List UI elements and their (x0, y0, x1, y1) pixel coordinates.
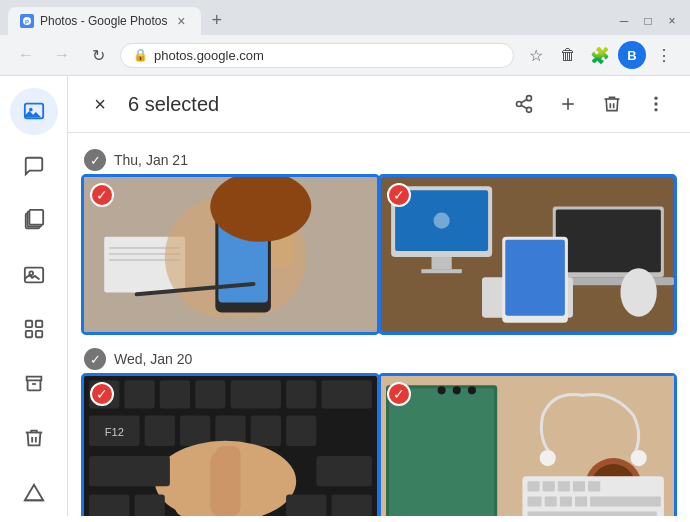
svg-point-79 (631, 450, 647, 466)
date-check-thu[interactable]: ✓ (84, 149, 106, 171)
menu-button[interactable]: ⋮ (650, 41, 678, 69)
back-button[interactable]: ← (12, 41, 40, 69)
svg-point-76 (438, 386, 446, 394)
refresh-button[interactable]: ↻ (84, 41, 112, 69)
svg-rect-95 (528, 512, 657, 516)
svg-rect-86 (543, 481, 555, 491)
select-check-2[interactable]: ✓ (387, 183, 411, 207)
svg-rect-46 (505, 240, 565, 316)
svg-rect-71 (286, 494, 326, 516)
new-tab-button[interactable]: + (203, 6, 230, 35)
svg-rect-51 (160, 380, 190, 408)
photo-thumb-2 (381, 177, 674, 332)
profile-button[interactable]: B (618, 41, 646, 69)
svg-rect-58 (145, 416, 175, 446)
select-check-4[interactable]: ✓ (387, 382, 411, 406)
photo-item-4[interactable]: ✓ (381, 376, 674, 516)
svg-rect-6 (29, 210, 43, 225)
svg-rect-91 (545, 496, 557, 506)
svg-rect-75 (389, 388, 494, 516)
svg-rect-89 (588, 481, 600, 491)
select-check-3[interactable]: ✓ (90, 382, 114, 406)
minimize-button[interactable]: ─ (614, 11, 634, 31)
sidebar-item-archive[interactable] (10, 361, 58, 408)
content-wrap: × 6 selected ✓ Th (68, 76, 690, 516)
sidebar-item-trash[interactable] (10, 415, 58, 462)
svg-rect-70 (135, 494, 165, 516)
svg-rect-52 (195, 380, 225, 408)
svg-rect-61 (251, 416, 281, 446)
browser-chrome: P Photos - Google Photos × + ─ □ × ← → ↻… (0, 0, 690, 76)
sidebar-item-photos[interactable] (10, 88, 58, 135)
add-to-button[interactable] (550, 86, 586, 122)
top-actions (506, 86, 674, 122)
date-label-thu: Thu, Jan 21 (114, 152, 188, 168)
window-close-button[interactable]: × (662, 11, 682, 31)
address-input[interactable]: 🔒 photos.google.com (120, 43, 514, 68)
sidebar-item-utilities[interactable] (10, 306, 58, 353)
photo-thumb-1 (84, 177, 377, 332)
photo-item-3[interactable]: F12 (84, 376, 377, 516)
svg-rect-54 (286, 380, 316, 408)
svg-rect-62 (286, 416, 316, 446)
photos-grid-wed: F12 (84, 376, 674, 516)
address-actions: ☆ 🗑 🧩 B ⋮ (522, 41, 678, 69)
sidebar-item-foryou[interactable] (10, 252, 58, 299)
app: × 6 selected ✓ Th (0, 76, 690, 516)
svg-rect-55 (321, 380, 372, 408)
svg-rect-7 (24, 267, 42, 282)
main-content[interactable]: ✓ Thu, Jan 21 (68, 133, 690, 516)
svg-rect-66 (215, 446, 240, 466)
svg-point-21 (654, 102, 657, 105)
extensions-button[interactable]: 🧩 (586, 41, 614, 69)
date-header-wed: ✓ Wed, Jan 20 (84, 340, 674, 376)
tab-favicon: P (20, 14, 34, 28)
photo-item-2[interactable]: ✓ (381, 177, 674, 332)
tab-title: Photos - Google Photos (40, 14, 167, 28)
address-bar: ← → ↻ 🔒 photos.google.com ☆ 🗑 🧩 B ⋮ (0, 35, 690, 75)
forward-button[interactable]: → (48, 41, 76, 69)
svg-rect-93 (575, 496, 587, 506)
delete-button[interactable] (594, 86, 630, 122)
svg-rect-11 (25, 331, 31, 337)
svg-text:F12: F12 (105, 426, 124, 438)
svg-line-17 (521, 99, 527, 102)
svg-point-14 (517, 102, 522, 107)
sidebar (0, 76, 68, 516)
sidebar-item-albums[interactable] (10, 197, 58, 244)
svg-point-3 (28, 108, 32, 112)
date-label-wed: Wed, Jan 20 (114, 351, 192, 367)
svg-rect-85 (528, 481, 540, 491)
maximize-button[interactable]: □ (638, 11, 658, 31)
date-header-thu: ✓ Thu, Jan 21 (84, 141, 674, 177)
more-options-button[interactable] (638, 86, 674, 122)
date-check-wed[interactable]: ✓ (84, 348, 106, 370)
sidebar-item-sharing[interactable] (10, 143, 58, 190)
photo-thumb-3: F12 (84, 376, 377, 516)
trash-button[interactable]: 🗑 (554, 41, 582, 69)
select-check-1[interactable]: ✓ (90, 183, 114, 207)
photo-thumb-4 (381, 376, 674, 516)
tab-close-button[interactable]: × (173, 13, 189, 29)
svg-rect-94 (590, 496, 661, 506)
svg-point-80 (540, 450, 556, 466)
svg-rect-39 (421, 269, 461, 273)
share-button[interactable] (506, 86, 542, 122)
svg-rect-9 (25, 321, 31, 327)
svg-point-40 (434, 213, 450, 229)
photo-item-1[interactable]: ✓ (84, 177, 377, 332)
svg-rect-92 (560, 496, 572, 506)
top-bar: × 6 selected (68, 76, 690, 133)
active-tab[interactable]: P Photos - Google Photos × (8, 7, 201, 35)
svg-rect-59 (180, 416, 210, 446)
svg-point-22 (654, 108, 657, 111)
bookmark-button[interactable]: ☆ (522, 41, 550, 69)
svg-line-16 (521, 105, 527, 108)
svg-rect-68 (316, 456, 372, 486)
svg-point-47 (620, 268, 656, 316)
svg-rect-10 (35, 321, 41, 327)
svg-rect-90 (528, 496, 542, 506)
sidebar-item-drive[interactable] (10, 470, 58, 517)
tab-bar: P Photos - Google Photos × + ─ □ × (0, 0, 690, 35)
close-selection-button[interactable]: × (84, 88, 116, 120)
